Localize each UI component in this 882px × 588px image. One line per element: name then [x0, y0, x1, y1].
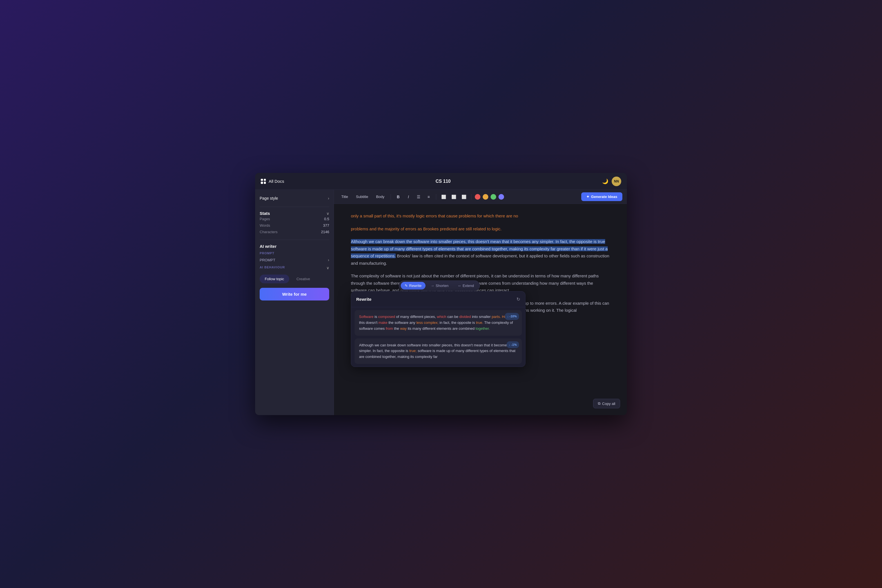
prompt-chevron-icon: ›: [328, 258, 329, 262]
stats-pages-label: Pages: [260, 217, 270, 221]
bottom-para-1: The complexity of software is not just a…: [351, 272, 610, 294]
stats-words-label: Words: [260, 224, 270, 228]
copy-all-label: Copy all: [602, 402, 615, 406]
editor-toolbar: Title Subtitle Body B I ☰ ≡ ⬜ ⬜ ⬜ ✦: [334, 190, 627, 204]
italic-button[interactable]: I: [404, 193, 412, 201]
align-right-button[interactable]: ⬜: [460, 193, 468, 201]
creative-button[interactable]: Creative: [291, 274, 315, 283]
generate-ideas-icon: ✦: [586, 195, 590, 199]
subtitle-style-button[interactable]: Subtitle: [353, 194, 371, 200]
all-docs-label[interactable]: All Docs: [268, 179, 284, 184]
stats-pages-row: Pages 0.5: [260, 216, 329, 222]
rewrite-option-2[interactable]: Although we can break down software into…: [354, 339, 522, 364]
title-bar: All Docs CS 110 🌙 NN: [255, 173, 627, 190]
page-style-label: Page style: [260, 196, 278, 201]
rw-less-complex: less complex;: [416, 321, 438, 325]
stats-title: Stats: [260, 211, 270, 216]
stats-header[interactable]: Stats ∨: [260, 211, 329, 216]
extend-label: Extend: [463, 284, 474, 288]
rewrite-button[interactable]: ✎ Rewrite: [401, 282, 426, 290]
percent-badge-1: ↓ -10%: [505, 313, 519, 320]
rw-true1: true.: [476, 321, 483, 325]
rewrite-option-2-text: Although we can break down software into…: [359, 342, 518, 360]
toolbar-divider-2: [436, 194, 436, 200]
selected-paragraph: Although we can break down the software …: [351, 238, 610, 267]
generate-ideas-button[interactable]: ✦ Generate Ideas: [581, 192, 622, 201]
avatar[interactable]: NN: [612, 177, 621, 186]
stats-words-row: Words 377: [260, 222, 329, 229]
color-red[interactable]: [475, 194, 480, 200]
bullet-list-button[interactable]: ☰: [414, 193, 422, 201]
title-style-button[interactable]: Title: [339, 194, 351, 200]
toggle-buttons: Follow topic Creative: [260, 274, 329, 283]
shorten-label: Shorten: [436, 284, 448, 288]
bold-button[interactable]: B: [394, 193, 402, 201]
shorten-icon: →: [430, 284, 434, 288]
extend-button[interactable]: ↔ Extend: [454, 282, 478, 290]
stats-chars-value: 2146: [321, 230, 329, 234]
stats-chevron-icon: ∨: [326, 211, 329, 216]
orange-para-2: problems and the majority of errors as B…: [351, 225, 610, 232]
stats-section: Stats ∨ Pages 0.5 Words 377 Characters 2…: [260, 207, 329, 235]
align-center-button[interactable]: ⬜: [450, 193, 458, 201]
page-style-row[interactable]: Page style ›: [260, 194, 329, 202]
percent-badge-2: ↓ -1%: [507, 341, 519, 348]
doc-content[interactable]: only a small part of this, it's mostly l…: [334, 204, 627, 415]
rewrite-option-1[interactable]: Software is composed of many different p…: [354, 310, 522, 335]
shorten-button[interactable]: → Shorten: [427, 282, 453, 290]
write-for-me-button[interactable]: Write for me: [260, 288, 329, 300]
page-style-chevron-icon: ›: [328, 196, 329, 201]
body-style-button[interactable]: Body: [373, 194, 387, 200]
stats-chars-label: Characters: [260, 230, 278, 234]
main-content: Page style › Stats ∨ Pages 0.5 Words 377: [255, 190, 627, 415]
ai-behaviour-label: AI BEHAVIOUR: [260, 266, 285, 269]
color-yellow[interactable]: [483, 194, 488, 200]
rewrite-label: Rewrite: [409, 284, 422, 288]
grid-icon[interactable]: [261, 179, 266, 184]
rewrite-popup: Rewrite ↻ Software is composed of many d…: [351, 291, 525, 367]
ai-behaviour-row[interactable]: AI BEHAVIOUR ∨: [260, 264, 329, 272]
ai-writer-title: AI writer: [260, 244, 329, 249]
ai-writer-section: AI writer PROMPT PROMPT › AI BEHAVIOUR ∨…: [260, 240, 329, 300]
dark-mode-icon[interactable]: 🌙: [602, 178, 608, 184]
arrow-down-icon-1: ↓: [507, 314, 509, 319]
color-green[interactable]: [490, 194, 496, 200]
title-bar-left: All Docs: [261, 179, 284, 184]
sidebar: Page style › Stats ∨ Pages 0.5 Words 377: [255, 190, 334, 415]
refresh-icon[interactable]: ↻: [516, 296, 520, 303]
app-window: All Docs CS 110 🌙 NN Page style › Stats …: [255, 173, 627, 415]
ai-behaviour-chevron-icon: ∨: [326, 266, 329, 270]
orange-text-2: problems and the majority of errors as B…: [351, 226, 501, 231]
rw-composed: composed: [378, 315, 395, 319]
prompt-sublabel: PROMPT: [260, 252, 329, 255]
color-purple[interactable]: [498, 194, 504, 200]
rw-from: from: [386, 326, 393, 331]
rw-way: way: [400, 326, 406, 331]
rw-which: which: [437, 315, 446, 319]
toolbar-divider-3: [471, 194, 471, 200]
rewrite-popup-title: Rewrite: [356, 296, 372, 303]
prompt-row[interactable]: PROMPT ›: [260, 256, 329, 264]
rewrite-option-1-text: Software is composed of many different p…: [359, 314, 518, 332]
numbered-list-button[interactable]: ≡: [424, 193, 432, 201]
rw-make: make: [378, 321, 387, 325]
follow-topic-button[interactable]: Follow topic: [260, 274, 289, 283]
stats-pages-value: 0.5: [324, 217, 329, 221]
rw-software: Software: [359, 315, 374, 319]
rewrite-icon: ✎: [405, 284, 408, 288]
rw-together1: together.: [476, 326, 490, 331]
stats-words-value: 377: [323, 224, 329, 228]
copy-icon: ⧉: [598, 401, 600, 406]
rewrite-popup-header: Rewrite ↻: [351, 291, 525, 307]
copy-all-button[interactable]: ⧉ Copy all: [593, 399, 620, 408]
stats-chars-row: Characters 2146: [260, 229, 329, 235]
rw-parts: parts.: [492, 315, 501, 319]
title-bar-right: 🌙 NN: [602, 177, 621, 186]
align-left-button[interactable]: ⬜: [440, 193, 447, 201]
percent-badge-1-value: -10%: [509, 314, 517, 319]
editor-area: Title Subtitle Body B I ☰ ≡ ⬜ ⬜ ⬜ ✦: [334, 190, 627, 415]
inline-action-bar: ✎ Rewrite → Shorten ↔ Extend: [399, 280, 480, 291]
extend-icon: ↔: [458, 284, 461, 288]
rw-divided: divided: [459, 315, 471, 319]
rw-true2: true;: [409, 349, 417, 353]
